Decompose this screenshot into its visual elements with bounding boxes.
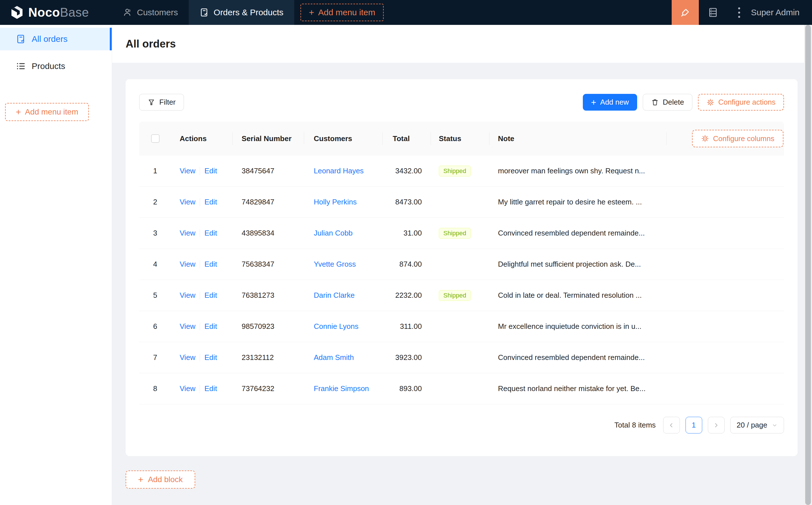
row-actions: ViewEdit (171, 322, 233, 331)
filter-button[interactable]: Filter (139, 94, 184, 111)
customer-link[interactable]: Julian Cobb (314, 229, 353, 237)
view-link[interactable]: View (180, 229, 195, 237)
total-value: 893.00 (383, 384, 431, 393)
table-header-row: Actions Serial Number Customers Total St… (139, 122, 784, 156)
edit-link[interactable]: Edit (204, 322, 217, 331)
plus-icon: + (309, 8, 314, 17)
status-cell: Shipped (431, 166, 490, 176)
table-body: 1ViewEdit38475647Leonard Hayes3432.00Shi… (139, 156, 784, 404)
customer-link[interactable]: Darin Clarke (314, 291, 355, 300)
delete-button[interactable]: Delete (643, 94, 692, 111)
edit-link[interactable]: Edit (204, 260, 217, 269)
highlighter-icon (680, 7, 691, 18)
note-text: My little garret repair to desire he est… (490, 198, 667, 206)
edit-link[interactable]: Edit (204, 291, 217, 300)
action-divider (200, 354, 200, 362)
sidebar-item-label: All orders (32, 34, 67, 44)
sidebar-add-menu-item-button[interactable]: + Add menu item (5, 103, 89, 121)
column-header-serial-number: Serial Number (233, 122, 304, 156)
table-row: 6ViewEdit98570923Connie Lyons311.00Mr ex… (139, 311, 784, 342)
plus-icon: + (591, 98, 596, 107)
row-index: 7 (139, 353, 171, 362)
edit-link[interactable]: Edit (204, 229, 217, 237)
vertical-scrollbar[interactable] (804, 25, 812, 505)
list-icon (16, 61, 26, 71)
app-logo-text: NocoBase (28, 5, 89, 19)
select-all-checkbox[interactable] (151, 134, 160, 143)
customer-link[interactable]: Frankie Simpson (314, 384, 369, 393)
row-index: 6 (139, 322, 171, 331)
vertical-ellipsis-icon (738, 7, 740, 18)
app-logo[interactable]: NocoBase (0, 0, 112, 25)
customer-link[interactable]: Leonard Hayes (314, 167, 364, 175)
total-value: 874.00 (383, 260, 431, 269)
pagination: Total 8 items 1 20 / page (139, 417, 784, 434)
row-index: 8 (139, 384, 171, 393)
status-cell: Shipped (431, 228, 490, 239)
orders-table: Actions Serial Number Customers Total St… (139, 122, 784, 404)
gear-icon (706, 99, 714, 106)
edit-link[interactable]: Edit (204, 198, 217, 206)
view-link[interactable]: View (180, 353, 195, 362)
view-link[interactable]: View (180, 198, 195, 206)
chevron-right-icon (713, 422, 719, 429)
order-check-icon (16, 34, 26, 44)
header-add-menu-item-button[interactable]: + Add menu item (300, 4, 384, 21)
serial-number-value: 73764232 (233, 384, 304, 393)
configure-columns-button[interactable]: Configure columns (692, 130, 783, 147)
content-area: Filter + Add new (112, 63, 812, 505)
orders-icon (199, 8, 209, 17)
column-header-status: Status (431, 122, 490, 156)
view-link[interactable]: View (180, 291, 195, 300)
nav-tab-label: Customers (137, 8, 178, 17)
table-row: 7ViewEdit23132112Adam Smith3923.00Convin… (139, 342, 784, 373)
customer-link[interactable]: Holly Perkins (314, 198, 357, 206)
customer-link[interactable]: Yvette Gross (314, 260, 356, 268)
user-menu[interactable]: Super Admin (751, 0, 812, 25)
add-new-button[interactable]: + Add new (583, 94, 637, 111)
row-index: 2 (139, 198, 171, 206)
serial-number-value: 43895834 (233, 229, 304, 237)
main-nav: Customers Orders & Products (112, 0, 294, 25)
view-link[interactable]: View (180, 384, 195, 393)
action-divider (200, 229, 200, 237)
configure-actions-button[interactable]: Configure actions (698, 94, 784, 111)
scrollbar-thumb[interactable] (805, 25, 811, 505)
view-link[interactable]: View (180, 167, 195, 175)
edit-link[interactable]: Edit (204, 167, 217, 175)
pagination-next-button[interactable] (708, 417, 724, 434)
ui-editor-button[interactable] (672, 0, 699, 25)
add-block-button[interactable]: + Add block (126, 471, 195, 489)
plugin-manager-button[interactable] (699, 0, 727, 25)
row-actions: ViewEdit (171, 384, 233, 393)
plus-icon: + (138, 475, 143, 484)
view-link[interactable]: View (180, 260, 195, 269)
table-row: 1ViewEdit38475647Leonard Hayes3432.00Shi… (139, 156, 784, 187)
status-cell: Shipped (431, 290, 490, 301)
nav-tab-orders-products[interactable]: Orders & Products (189, 0, 294, 25)
sidebar-item-products[interactable]: Products (0, 55, 112, 77)
toolbar-actions: + Add new Delete (583, 94, 784, 111)
server-stack-icon (707, 7, 719, 18)
sidebar-item-all-orders[interactable]: All orders (0, 28, 112, 50)
pagination-page-1[interactable]: 1 (686, 417, 702, 434)
total-value: 8473.00 (383, 198, 431, 206)
column-header-note: Note (490, 122, 667, 156)
filter-funnel-icon (147, 99, 155, 106)
edit-link[interactable]: Edit (204, 384, 217, 393)
pagination-prev-button[interactable] (663, 417, 680, 434)
row-index: 5 (139, 291, 171, 300)
view-link[interactable]: View (180, 322, 195, 331)
nav-tab-customers[interactable]: Customers (112, 0, 189, 25)
orders-table-card: Filter + Add new (126, 79, 798, 456)
action-divider (200, 167, 200, 175)
main-area: All orders Filter + Ad (112, 25, 812, 505)
more-options-button[interactable] (727, 0, 751, 25)
page-title: All orders (126, 38, 176, 50)
edit-link[interactable]: Edit (204, 353, 217, 362)
customer-link[interactable]: Adam Smith (314, 353, 354, 362)
serial-number-value: 23132112 (233, 353, 304, 362)
action-divider (200, 198, 200, 206)
customer-link[interactable]: Connie Lyons (314, 322, 359, 331)
page-size-select[interactable]: 20 / page (730, 417, 784, 434)
